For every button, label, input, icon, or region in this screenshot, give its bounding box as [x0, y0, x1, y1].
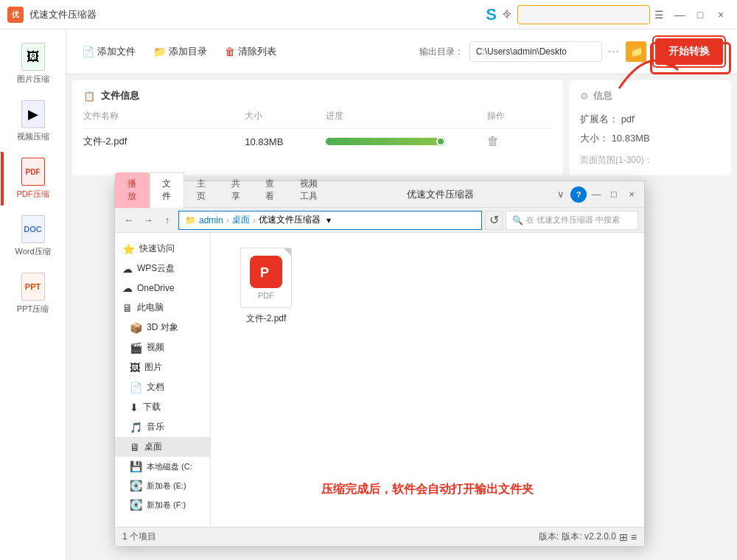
sidebar-item-word[interactable]: DOC Word压缩: [4, 209, 63, 263]
fm-sidebar-3d[interactable]: 📦 3D 对象: [115, 318, 210, 337]
sidebar-item-pdf[interactable]: PDF PDF压缩: [4, 152, 63, 206]
output-more-btn[interactable]: ···: [608, 45, 620, 58]
add-file-label: 添加文件: [97, 45, 136, 58]
fm-sidebar-e-drive[interactable]: 💽 新加卷 (E:): [115, 476, 210, 495]
active-indicator: [1, 152, 4, 206]
window-controls: ☰ — □ ×: [650, 6, 730, 24]
add-folder-btn[interactable]: 📁 添加目录: [149, 43, 212, 60]
onedrive-icon: ☁: [122, 282, 133, 294]
word-label: Word压缩: [15, 246, 50, 257]
delete-btn[interactable]: 🗑: [487, 135, 499, 147]
file-section-row: 📋 文件信息 文件名称 大小 进度 操作 文件-2.pdf: [72, 80, 731, 175]
fm-win-chevron[interactable]: ∨: [553, 186, 569, 203]
image-label: 图片压缩: [17, 74, 49, 85]
quick-access-icon: ⭐: [122, 243, 135, 255]
search-icon: 🔍: [512, 215, 523, 225]
pdf-icon-visual: P PDF: [240, 248, 292, 308]
pdf-file-icon[interactable]: P PDF 文件-2.pdf: [240, 248, 292, 325]
image-icon: 🖼: [21, 43, 45, 71]
3d-icon: 📦: [130, 322, 142, 334]
fm-sidebar-downloads[interactable]: ⬇ 下载: [115, 397, 210, 417]
fm-address-bar[interactable]: 📁 admin › 桌面 › 优速文件压缩器 ▾: [178, 211, 482, 230]
word-icon: DOC: [21, 215, 45, 243]
sidebar-item-image[interactable]: 🖼 图片压缩: [4, 37, 63, 91]
this-pc-icon: 🖥: [122, 302, 133, 314]
sidebar-item-ppt[interactable]: PPT PPT压缩: [4, 267, 63, 321]
toolbar: 📄 添加文件 📁 添加目录 🗑 清除列表 输出目录： C:\Users\admi…: [66, 29, 737, 74]
progress-fill: [326, 138, 444, 145]
video-folder-label: 视频: [147, 341, 164, 354]
start-btn[interactable]: 开始转换: [655, 38, 723, 65]
sidebar: 🖼 图片压缩 ▶ 视频压缩 PDF PDF压缩 DOC Word压缩 PPT: [0, 29, 66, 560]
title-search[interactable]: [517, 5, 650, 24]
file-info-header: 📋 文件信息: [83, 89, 552, 102]
info-title: 信息: [593, 89, 612, 102]
f-drive-label: 新加卷 (F:): [147, 500, 186, 511]
fm-list-view-btn[interactable]: ≡: [631, 531, 637, 543]
fm-content: ⭐ 快速访问 ☁ WPS云盘 ☁ OneDrive 🖥 此电脑 📦 3D 对象 …: [115, 233, 644, 527]
docs-label: 文档: [147, 381, 164, 393]
start-btn-wrapper: 开始转换: [652, 35, 726, 68]
output-path[interactable]: C:\Users\admin\Deskto: [469, 41, 602, 62]
bc-desktop: 桌面: [232, 214, 250, 226]
app-title: 优速文件压缩器: [29, 8, 486, 21]
fm-tab-video-tools[interactable]: 视频工具: [287, 172, 332, 208]
fm-help-btn[interactable]: ?: [570, 186, 587, 203]
file-info-title: 文件信息: [101, 89, 139, 102]
bc-arrow-down[interactable]: ▾: [326, 215, 331, 225]
fm-up-btn[interactable]: ↑: [159, 212, 175, 228]
fm-sidebar-quick-access[interactable]: ⭐ 快速访问: [115, 239, 210, 259]
fm-version-val: 版本: v2.2.0.0: [562, 531, 615, 543]
fm-sidebar-desktop[interactable]: 🖥 桌面: [115, 437, 210, 457]
fm-refresh-btn[interactable]: ↺: [485, 211, 503, 230]
fm-sidebar-video[interactable]: 🎬 视频: [115, 337, 210, 357]
fm-maximize-btn[interactable]: □: [606, 186, 622, 203]
fm-back-btn[interactable]: ←: [121, 212, 137, 228]
fm-close-btn[interactable]: ×: [624, 186, 640, 203]
fm-window: 播放 文件 主页 共享 查看 视频工具 优速文件压缩器 ∨ ? — □ ×: [114, 181, 645, 545]
maximize-btn[interactable]: □: [691, 6, 709, 24]
sidebar-item-video[interactable]: ▶ 视频压缩: [4, 94, 63, 148]
fm-sidebar-wps[interactable]: ☁ WPS云盘: [115, 259, 210, 279]
this-pc-label: 此电脑: [137, 301, 164, 314]
size-value: 10.83MB: [612, 133, 650, 144]
fm-grid-view-btn[interactable]: ⊞: [619, 531, 628, 543]
fm-tab-file[interactable]: 文件: [150, 172, 184, 208]
fm-version: 版本:: [539, 531, 559, 543]
close-btn[interactable]: ×: [712, 6, 730, 24]
fm-minimize-btn[interactable]: —: [588, 186, 604, 203]
title-center: S 令: [486, 5, 650, 24]
fm-forward-btn[interactable]: →: [140, 212, 156, 228]
ppt-label: PPT压缩: [17, 304, 49, 315]
fm-sidebar-pictures[interactable]: 🖼 图片: [115, 357, 210, 377]
fm-sidebar-this-pc[interactable]: 🖥 此电脑: [115, 298, 210, 318]
add-file-btn[interactable]: 📄 添加文件: [77, 43, 140, 60]
clear-list-btn[interactable]: 🗑 清除列表: [220, 43, 281, 60]
music-icon: 🎵: [130, 421, 142, 433]
add-folder-label: 添加目录: [169, 45, 207, 58]
folder-icon-small: 📁: [185, 215, 196, 225]
fm-tab-share[interactable]: 共享: [219, 172, 254, 208]
fm-sidebar-music[interactable]: 🎵 音乐: [115, 417, 210, 437]
add-folder-icon: 📁: [153, 46, 166, 57]
fm-sidebar-f-drive[interactable]: 💽 新加卷 (F:): [115, 495, 210, 514]
fm-sidebar-docs[interactable]: 📄 文档: [115, 377, 210, 397]
onedrive-label: OneDrive: [137, 283, 175, 293]
fm-notice: 压缩完成后，软件会自动打开输出文件夹: [243, 482, 612, 497]
hamburger-btn[interactable]: ☰: [650, 6, 668, 24]
open-folder-btn[interactable]: 📁: [626, 41, 646, 62]
fm-sidebar-onedrive[interactable]: ☁ OneDrive: [115, 279, 210, 298]
fm-tab-home[interactable]: 主页: [184, 172, 219, 208]
desktop-icon: 🖥: [130, 441, 140, 453]
fm-file-name: 文件-2.pdf: [246, 312, 287, 325]
fm-search-bar[interactable]: 🔍 在 优速文件压缩器 中搜索: [506, 211, 638, 230]
fm-tab-play[interactable]: 播放: [115, 172, 150, 208]
size-label: 大小：: [580, 133, 609, 144]
progress-bar: [326, 138, 444, 145]
progress-cell: [326, 129, 487, 155]
bc-app: 优速文件压缩器: [259, 214, 321, 226]
col-action-header: 操作: [487, 110, 552, 129]
fm-sidebar-c-drive[interactable]: 💾 本地磁盘 (C:: [115, 457, 210, 476]
fm-tab-view[interactable]: 查看: [253, 172, 287, 208]
minimize-btn[interactable]: —: [671, 6, 688, 24]
